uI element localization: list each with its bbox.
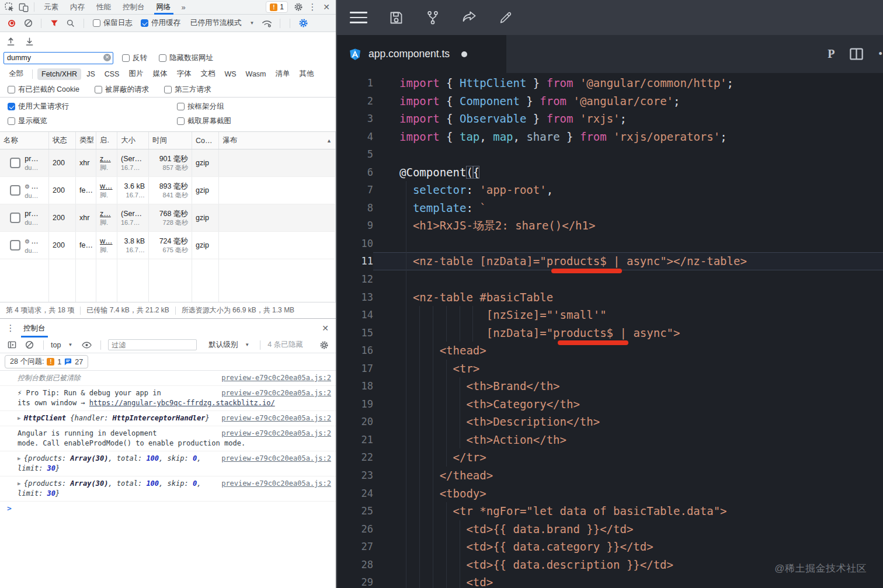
- type-filter-JS[interactable]: JS: [82, 68, 99, 80]
- execution-context-dropdown[interactable]: top: [51, 341, 61, 349]
- tab-控制台[interactable]: 控制台: [117, 0, 151, 15]
- column-header-5[interactable]: 时间: [149, 132, 192, 149]
- request-filter-checkbox[interactable]: 有已拦截的 Cookie: [8, 85, 79, 95]
- option-checkbox[interactable]: 使用大量请求行: [8, 102, 171, 112]
- console-settings-gear-icon[interactable]: [317, 339, 331, 352]
- console-filter-input[interactable]: [108, 339, 197, 350]
- type-filter-CSS[interactable]: CSS: [100, 68, 124, 80]
- type-filter-图片[interactable]: 图片: [124, 67, 147, 81]
- column-header-7[interactable]: 瀑布▲: [219, 132, 336, 149]
- type-filter-Wasm[interactable]: Wasm: [242, 68, 270, 80]
- filter-funnel-icon[interactable]: [47, 17, 61, 30]
- clear-network-log-icon[interactable]: [21, 17, 35, 30]
- log-level-dropdown[interactable]: 默认级别: [208, 340, 238, 350]
- split-editor-icon[interactable]: [850, 48, 863, 60]
- clear-console-icon[interactable]: [22, 339, 36, 352]
- prettier-format-icon[interactable]: P: [828, 47, 835, 61]
- export-har-icon[interactable]: [22, 34, 36, 47]
- invert-filter-checkbox[interactable]: 反转: [122, 53, 147, 63]
- live-expression-eye-icon[interactable]: [79, 339, 93, 352]
- caret-down-icon[interactable]: ▼: [250, 20, 255, 26]
- indent-guide: [406, 395, 406, 413]
- option-checkbox[interactable]: 截取屏幕截图: [177, 116, 328, 126]
- settings-gear-icon[interactable]: [291, 1, 305, 13]
- save-file-icon[interactable]: [388, 10, 404, 26]
- tab-app-component-ts[interactable]: app.component.ts: [337, 35, 506, 73]
- source-link[interactable]: preview-e79c0c20ea05a.js:2: [221, 479, 331, 489]
- caret-down-icon[interactable]: ▼: [68, 342, 72, 347]
- disable-cache-checkbox[interactable]: 停用缓存: [141, 18, 180, 28]
- more-options-icon[interactable]: • •: [878, 48, 883, 60]
- close-drawer-icon[interactable]: ✕: [318, 322, 332, 335]
- initiator-link[interactable]: w…: [100, 236, 113, 246]
- type-filter-Fetch/XHR[interactable]: Fetch/XHR: [37, 68, 81, 80]
- source-link[interactable]: preview-e79c0c20ea05a.js:2: [221, 413, 331, 423]
- row-checkbox[interactable]: [10, 185, 20, 196]
- initiator-link[interactable]: w…: [100, 182, 113, 191]
- source-link[interactable]: preview-e79c0c20ea05a.js:2: [221, 373, 331, 383]
- source-link[interactable]: preview-e79c0c20ea05a.js:2: [221, 454, 331, 464]
- console-prompt[interactable]: >: [0, 502, 336, 514]
- close-devtools-icon[interactable]: ✕: [319, 1, 333, 13]
- source-link[interactable]: preview-e79c0c20ea05a.js:2: [221, 429, 331, 439]
- tab-性能[interactable]: 性能: [91, 0, 117, 15]
- type-filter-媒体[interactable]: 媒体: [148, 67, 171, 81]
- tab-内存[interactable]: 内存: [64, 0, 91, 15]
- network-request-row[interactable]: pr…du…200xhrz…脚.(Ser…16.7…901 毫秒857 毫秒gz…: [0, 149, 336, 177]
- type-filter-WS[interactable]: WS: [220, 68, 240, 80]
- fork-branch-icon[interactable]: [425, 10, 440, 25]
- hamburger-menu-icon[interactable]: [350, 12, 367, 23]
- option-checkbox[interactable]: 按框架分组: [177, 102, 328, 112]
- network-request-row[interactable]: ⚙…du…200fe…w…脚.3.8 kB16.7…724 毫秒675 毫秒gz…: [0, 232, 336, 259]
- message-url-link[interactable]: https://angular-ybc9qc-ffrdzg.stackblitz…: [89, 399, 275, 407]
- drawer-kebab-menu-icon[interactable]: ⋮: [4, 322, 18, 335]
- source-link[interactable]: preview-e79c0c20ea05a.js:2: [221, 388, 331, 398]
- more-tabs-icon[interactable]: »: [177, 3, 190, 12]
- request-filter-checkbox[interactable]: 被屏蔽的请求: [95, 85, 149, 95]
- search-icon[interactable]: [64, 17, 78, 30]
- caret-down-icon[interactable]: ▼: [245, 342, 249, 347]
- initiator-link[interactable]: z…: [100, 154, 113, 163]
- column-header-2[interactable]: 类型: [76, 132, 96, 149]
- type-filter-文档[interactable]: 文档: [196, 67, 219, 81]
- edit-pencil-icon[interactable]: [498, 11, 513, 25]
- hide-data-urls-checkbox[interactable]: 隐藏数据网址: [159, 53, 213, 63]
- initiator-link[interactable]: z…: [100, 209, 113, 218]
- column-header-3[interactable]: 启.: [96, 132, 117, 149]
- record-network-log-icon[interactable]: [8, 20, 15, 27]
- throttling-dropdown[interactable]: 已停用节流模式: [190, 18, 242, 28]
- option-checkbox[interactable]: 显示概览: [8, 116, 171, 126]
- column-header-4[interactable]: 大小: [117, 132, 149, 149]
- row-checkbox[interactable]: [10, 158, 20, 168]
- network-settings-gear-icon[interactable]: [296, 17, 310, 30]
- tab-元素[interactable]: 元素: [38, 0, 64, 15]
- kebab-menu-icon[interactable]: ⋮: [305, 1, 319, 13]
- sort-ascending-icon[interactable]: ▲: [326, 138, 332, 144]
- console-sidebar-icon[interactable]: [5, 339, 19, 352]
- column-header-6[interactable]: Co…: [192, 132, 219, 149]
- type-filter-清单[interactable]: 清单: [272, 67, 294, 81]
- type-filter-全部[interactable]: 全部: [5, 67, 27, 81]
- row-checkbox[interactable]: [10, 240, 20, 250]
- network-request-row[interactable]: pr…du…200xhrz…脚.(Ser…16.7…768 毫秒728 毫秒gz…: [0, 204, 336, 232]
- type-filter-其他[interactable]: 其他: [296, 67, 318, 81]
- network-filter-input[interactable]: [4, 52, 113, 64]
- request-filter-checkbox[interactable]: 第三方请求: [164, 85, 211, 95]
- tab-网络[interactable]: 网络: [151, 0, 177, 15]
- inspect-element-icon[interactable]: [2, 1, 16, 13]
- preserve-log-checkbox[interactable]: 保留日志: [93, 18, 133, 28]
- type-filter-字体[interactable]: 字体: [172, 67, 195, 81]
- import-har-icon[interactable]: [4, 34, 18, 47]
- row-checkbox[interactable]: [10, 213, 20, 223]
- network-request-row[interactable]: ⚙…du…200fe…w…脚.3.6 kB16.7…893 毫秒841 毫秒gz…: [0, 177, 336, 204]
- clear-filter-icon[interactable]: ✕: [103, 54, 111, 61]
- console-tab[interactable]: 控制台: [18, 319, 51, 338]
- issues-pill[interactable]: 28 个问题: ! 1 27: [5, 355, 88, 368]
- share-icon[interactable]: [461, 10, 477, 26]
- column-header-1[interactable]: 状态: [49, 132, 76, 149]
- network-conditions-icon[interactable]: [260, 17, 274, 30]
- device-toolbar-icon[interactable]: [16, 1, 30, 13]
- column-header-0[interactable]: 名称: [0, 132, 49, 149]
- issues-counter-badge[interactable]: ! 1: [266, 1, 288, 13]
- code-editor-area[interactable]: 1import { HttpClient } from '@angular/co…: [337, 73, 883, 588]
